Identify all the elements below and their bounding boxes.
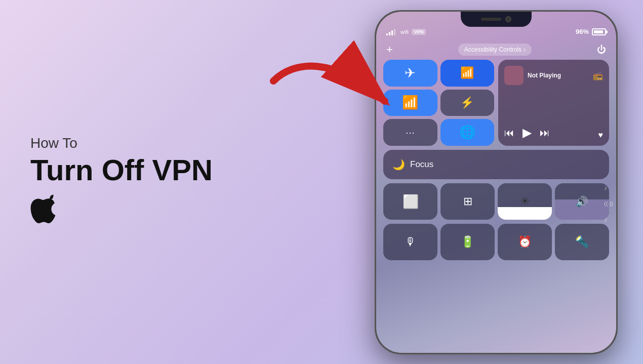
side-music-note-2: ♪ [604, 216, 613, 223]
alarm-icon: ⏰ [518, 235, 532, 249]
power-button[interactable]: ⏻ [597, 45, 606, 55]
bluetooth-icon: ⚡ [460, 96, 474, 109]
battery-status-button[interactable]: 🔋 [440, 224, 495, 260]
side-wifi-icon: ((·)) [604, 200, 613, 207]
next-track-button[interactable]: ⏭ [540, 127, 550, 139]
airplane-icon: ✈ [405, 65, 416, 81]
chevron-right-icon: › [524, 46, 526, 53]
wifi-icon: 📶 [402, 95, 418, 110]
signal-bar-2 [389, 32, 390, 35]
cc-row-3: ⬜ ⊞ ☀ 🔊 [383, 183, 609, 220]
notch-camera [505, 16, 511, 22]
signal-bars [386, 28, 395, 35]
volume-slider[interactable]: 🔊 [555, 183, 609, 220]
bluetooth-button[interactable]: ⚡ [440, 90, 495, 116]
how-to-label: How To [30, 135, 213, 151]
status-bar: wifi VPN 96% [386, 28, 606, 35]
status-left: wifi VPN [386, 28, 426, 35]
side-music-note-1: ♪ [604, 184, 613, 191]
airplay-icon[interactable]: 📻 [593, 71, 603, 80]
focus-mode-button[interactable]: 🌙 Focus [383, 150, 609, 179]
phone-container: wifi VPN 96% + Accessibility Controls › … [375, 10, 618, 354]
album-art [504, 66, 524, 85]
now-playing-card: Not Playing 📻 ⏮ ▶ ⏭ ♥ [498, 60, 609, 146]
sound-recognition-button[interactable]: 🎙 [383, 224, 437, 260]
phone-screen: wifi VPN 96% + Accessibility Controls › … [376, 12, 616, 353]
focus-dots-icon: ⋯ [406, 127, 415, 138]
focus-assist-icon[interactable]: ⋯ [383, 119, 437, 146]
brightness-slider[interactable]: ☀ [498, 183, 552, 220]
waveform-icon: 🎙 [405, 235, 416, 249]
phone-notch [461, 12, 532, 27]
media-controls: ⏮ ▶ ⏭ [504, 126, 603, 140]
control-center-grid: ✈ 📶 📶 ⚡ [383, 60, 609, 260]
accessibility-label: Accessibility Controls [464, 46, 521, 53]
brightness-fill [498, 207, 552, 220]
cellular-data-button[interactable]: 🌐 [440, 119, 495, 146]
wifi-button[interactable]: 📶 [383, 90, 437, 116]
wifi-status-icon: wifi [400, 29, 409, 35]
signal-bar-3 [391, 30, 393, 35]
top-controls-bar: + Accessibility Controls › ⏻ [386, 43, 606, 56]
cc-row-1: ✈ 📶 📶 ⚡ [383, 60, 609, 146]
battery-icon [592, 28, 606, 35]
qr-code-icon: ⊞ [463, 195, 472, 208]
cc-left-quad: ✈ 📶 📶 ⚡ [383, 60, 494, 146]
flashlight-button[interactable]: 🔦 [555, 224, 609, 260]
screen-record-icon: ⬜ [403, 194, 419, 210]
airdrop-button[interactable]: 📶 [440, 60, 495, 87]
not-playing-label: Not Playing [528, 72, 589, 79]
flashlight-icon: 🔦 [575, 235, 589, 249]
apple-logo-icon [30, 193, 213, 229]
battery-fill [594, 30, 603, 33]
accessibility-controls-bar: Accessibility Controls › [458, 44, 532, 56]
status-right: 96% [576, 28, 606, 35]
signal-bar-4 [394, 29, 395, 35]
phone-frame: wifi VPN 96% + Accessibility Controls › … [375, 10, 618, 354]
focus-label: Focus [410, 159, 433, 170]
battery-status-icon: 🔋 [461, 235, 474, 249]
add-widget-button[interactable]: + [386, 43, 393, 56]
heart-icon[interactable]: ♥ [598, 131, 604, 140]
airplane-mode-button[interactable]: ✈ [383, 60, 437, 87]
battery-percent: 96% [576, 28, 589, 35]
globe-icon: 🌐 [459, 125, 475, 140]
left-panel: How To Turn Off VPN [30, 135, 213, 229]
notch-speaker [481, 18, 501, 21]
vpn-badge: VPN [412, 29, 426, 35]
cc-row-4: 🎙 🔋 ⏰ 🔦 [383, 224, 609, 260]
qr-code-button[interactable]: ⊞ [440, 183, 495, 220]
previous-track-button[interactable]: ⏮ [504, 127, 514, 139]
airdrop-icon: 📶 [460, 66, 474, 79]
signal-bar-1 [386, 33, 388, 35]
alarm-button[interactable]: ⏰ [498, 224, 552, 260]
play-button[interactable]: ▶ [523, 126, 532, 140]
brightness-icon: ☀ [520, 195, 530, 208]
screen-record-button[interactable]: ⬜ [383, 183, 437, 220]
volume-icon: 🔊 [576, 195, 588, 208]
moon-icon: 🌙 [392, 158, 405, 171]
main-title: Turn Off VPN [30, 155, 213, 185]
side-decorations: ♪ ((·)) ♪ [604, 184, 613, 223]
